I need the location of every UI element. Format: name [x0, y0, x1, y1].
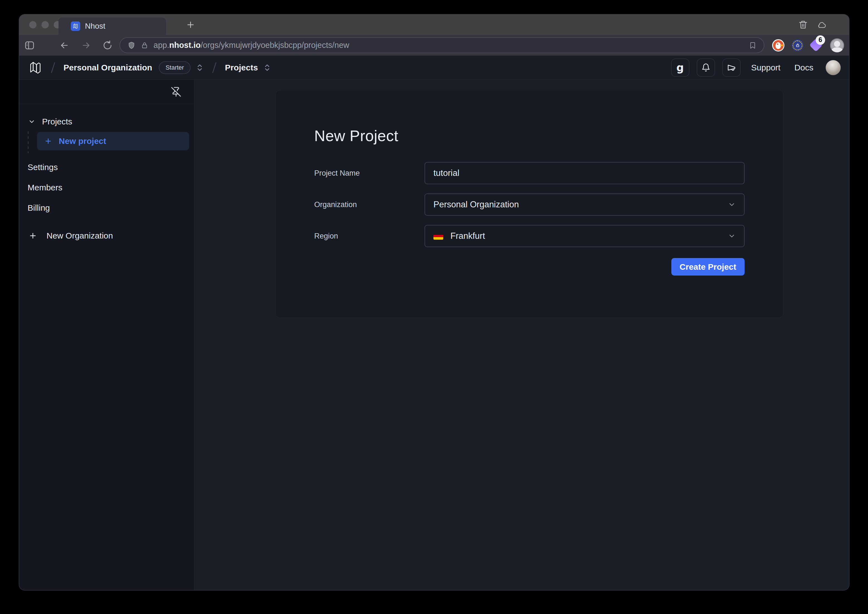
bookmark-icon[interactable] — [749, 41, 757, 50]
back-button[interactable] — [59, 40, 70, 50]
nhost-app: Personal Organization Starter Projects g — [19, 56, 849, 590]
user-avatar[interactable] — [826, 60, 841, 75]
breadcrumb-section[interactable]: Projects — [225, 63, 258, 72]
browser-window: Nhost — [19, 14, 849, 590]
project-name-input[interactable]: tutorial — [425, 162, 745, 184]
new-organization-label: New Organization — [47, 231, 113, 240]
chevron-down-icon — [28, 118, 35, 125]
announcements-button[interactable] — [722, 59, 741, 77]
new-tab-button[interactable] — [186, 14, 195, 35]
new-project-label: New project — [59, 136, 106, 146]
extension-badge-count: 6 — [816, 35, 825, 45]
feedback-button[interactable]: g — [671, 59, 689, 77]
address-bar[interactable]: app.nhost.io/orgs/ykmujwrjdyoebkjsbcpp/p… — [120, 37, 764, 53]
sidebar-item-members[interactable]: Members — [19, 177, 194, 198]
browser-toolbar: app.nhost.io/orgs/ykmujwrjdyoebkjsbcpp/p… — [19, 35, 849, 56]
close-window-button[interactable] — [29, 21, 36, 28]
sidebar-group-label: Projects — [42, 117, 72, 126]
project-name-row: Project Name tutorial — [314, 162, 745, 184]
form-actions: Create Project — [314, 258, 745, 276]
lock-icon — [141, 41, 148, 50]
sidebar-tree: New project — [19, 132, 194, 150]
page-title: New Project — [314, 127, 745, 145]
support-link[interactable]: Support — [748, 63, 784, 72]
organization-value: Personal Organization — [434, 200, 519, 209]
region-value: Frankfurt — [450, 231, 485, 241]
nhost-logo-icon[interactable] — [28, 60, 43, 76]
tab-title: Nhost — [85, 22, 105, 31]
chevron-down-icon — [728, 201, 736, 208]
sidebar-item-billing[interactable]: Billing — [19, 198, 194, 218]
app-body: Projects New project Settings Members Bi… — [19, 80, 849, 590]
browser-tab-bar: Nhost — [19, 14, 849, 35]
tab-bar-actions — [798, 14, 827, 35]
germany-flag-icon — [434, 233, 443, 240]
region-label: Region — [314, 232, 425, 240]
trash-icon[interactable] — [798, 20, 808, 29]
app-header: Personal Organization Starter Projects g — [19, 56, 849, 80]
window-controls — [29, 14, 61, 35]
url-path: /orgs/ykmujwrjdyoebkjsbcpp/projects/new — [201, 40, 349, 50]
unpin-sidebar-icon[interactable] — [171, 87, 181, 97]
reload-button[interactable] — [102, 40, 113, 51]
url-subdomain: app. — [154, 40, 169, 50]
tracking-shield-icon[interactable] — [127, 41, 136, 50]
cloud-icon[interactable] — [816, 20, 827, 29]
new-project-panel: New Project Project Name tutorial Organi… — [275, 90, 783, 318]
forward-button[interactable] — [81, 40, 92, 50]
region-row: Region Frankfurt — [314, 225, 745, 247]
extension-icon-with-badge[interactable]: 6 — [810, 39, 823, 51]
extension-icons: 6 — [772, 39, 844, 52]
minimize-window-button[interactable] — [42, 21, 49, 28]
browser-tab-nhost[interactable]: Nhost — [59, 17, 166, 35]
sidebar-group-projects[interactable]: Projects — [19, 115, 194, 128]
browser-profile-avatar[interactable] — [830, 39, 844, 52]
region-select[interactable]: Frankfurt — [425, 225, 745, 247]
megaphone-icon — [726, 63, 737, 73]
plus-icon — [29, 231, 37, 240]
plan-badge: Starter — [159, 61, 191, 74]
chevron-down-icon — [728, 232, 736, 240]
url-host: nhost.io — [169, 40, 201, 50]
organization-row: Organization Personal Organization — [314, 194, 745, 216]
desktop-background: Nhost — [0, 0, 868, 614]
project-name-value: tutorial — [434, 168, 459, 178]
graphite-icon: g — [676, 63, 684, 73]
sidebar-toggle-icon[interactable] — [24, 40, 35, 51]
organization-label: Organization — [314, 200, 425, 209]
docs-link[interactable]: Docs — [791, 63, 817, 72]
duckduckgo-extension-icon[interactable] — [772, 39, 784, 51]
sidebar-header — [19, 80, 194, 104]
sidebar-item-new-project[interactable]: New project — [37, 132, 189, 150]
header-actions: g — [671, 59, 841, 77]
create-project-button[interactable]: Create Project — [671, 258, 745, 276]
bell-icon — [701, 62, 711, 73]
url-text: app.nhost.io/orgs/ykmujwrjdyoebkjsbcpp/p… — [154, 40, 744, 50]
sidebar-item-settings[interactable]: Settings — [19, 157, 194, 177]
sidebar-item-new-organization[interactable]: New Organization — [19, 227, 194, 244]
breadcrumb-org-name[interactable]: Personal Organization — [64, 63, 152, 72]
sidebar: Projects New project Settings Members Bi… — [19, 80, 194, 590]
breadcrumb-separator — [212, 62, 216, 73]
main-content: New Project Project Name tutorial Organi… — [194, 80, 849, 590]
organization-select[interactable]: Personal Organization — [425, 194, 745, 216]
privacy-extension-icon[interactable] — [792, 40, 803, 51]
plus-icon — [44, 137, 52, 145]
breadcrumb-separator — [51, 62, 55, 73]
section-switcher-chevrons-icon[interactable] — [263, 63, 271, 72]
org-switcher-chevrons-icon[interactable] — [196, 63, 204, 72]
nhost-favicon — [71, 22, 80, 31]
project-name-label: Project Name — [314, 169, 425, 178]
notifications-button[interactable] — [697, 59, 715, 77]
